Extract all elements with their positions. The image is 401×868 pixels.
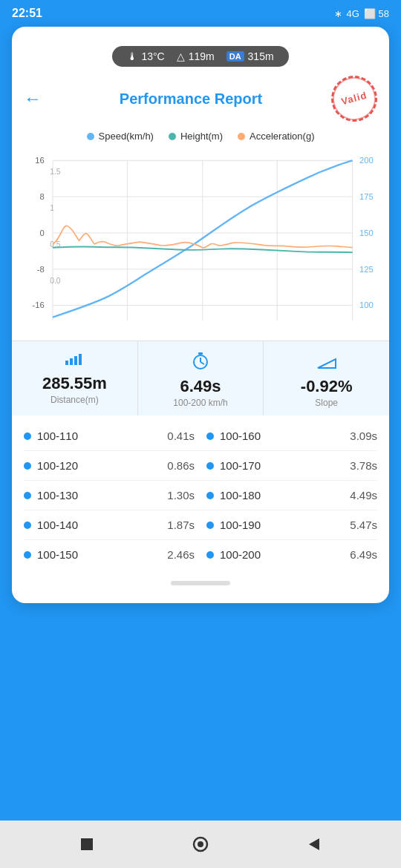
legend-height-label: Height(m): [180, 131, 223, 142]
timing-dot: [24, 522, 31, 529]
timing-dot: [206, 551, 214, 559]
svg-text:16: 16: [35, 156, 45, 165]
svg-rect-24: [65, 361, 68, 365]
time-label: 100-200 km/h: [173, 398, 227, 408]
timing-row: 100-140 1.87s 100-190 5.47s: [24, 510, 377, 540]
svg-text:1.5: 1.5: [50, 168, 61, 176]
nav-bar: [0, 821, 401, 868]
timing-dot: [24, 551, 31, 559]
legend-speed-label: Speed(km/h): [99, 131, 154, 142]
temperature-info: 🌡 13°C: [127, 50, 164, 62]
speed-dot: [87, 133, 94, 140]
back-button[interactable]: ←: [24, 88, 50, 109]
timing-val: 1.87s: [157, 519, 195, 531]
timing-range: 100-140: [37, 519, 157, 531]
mountain-icon: △: [177, 50, 185, 62]
svg-text:-16: -16: [32, 300, 44, 309]
altitude-info: △ 119m: [177, 50, 215, 62]
slope-value: -0.92%: [301, 377, 353, 396]
height-dot: [169, 133, 176, 140]
timing-range: 100-110: [37, 430, 157, 442]
nav-home-button[interactable]: [189, 832, 212, 856]
stat-slope: -0.92% Slope: [264, 341, 389, 415]
distance-icon: [64, 352, 85, 371]
page-header: ← Performance Report Valid: [12, 67, 389, 128]
signal-icon: 4G: [347, 8, 359, 19]
da-info: DA 315m: [226, 50, 274, 62]
status-time: 22:51: [12, 7, 42, 20]
timing-val: 3.78s: [340, 459, 377, 472]
svg-text:100: 100: [359, 300, 374, 309]
stat-time: 6.49s 100-200 km/h: [138, 341, 264, 415]
timing-range: 100-160: [220, 430, 340, 442]
timing-val: 5.47s: [340, 519, 377, 531]
timing-range: 100-190: [220, 519, 340, 531]
timing-val: 0.86s: [157, 459, 195, 472]
timing-dot: [24, 433, 31, 440]
timing-val: 6.49s: [340, 548, 377, 561]
svg-text:1: 1: [50, 204, 54, 212]
svg-rect-26: [74, 356, 77, 365]
timing-range: 100-130: [37, 489, 157, 502]
timer-icon: [190, 352, 211, 374]
svg-text:0: 0: [39, 228, 44, 237]
svg-rect-31: [198, 352, 203, 355]
main-card: 🌡 13°C △ 119m DA 315m ← Performance Repo…: [12, 27, 389, 603]
svg-text:175: 175: [359, 192, 374, 201]
distance-label: Distance(m): [50, 395, 99, 405]
altitude-value: 119m: [189, 50, 215, 62]
status-bar: 22:51 ∗ 4G ⬜ 58: [0, 0, 401, 27]
da-icon: DA: [226, 51, 244, 62]
svg-text:-8: -8: [37, 265, 45, 274]
svg-marker-37: [309, 838, 319, 850]
info-bar: 🌡 13°C △ 119m DA 315m: [112, 46, 288, 67]
timing-val: 2.46s: [157, 548, 195, 561]
valid-stamp: Valid: [331, 76, 377, 122]
timing-left-0: 100-110 0.41s: [24, 430, 195, 442]
accel-dot: [238, 133, 245, 140]
timing-val: 0.41s: [157, 430, 195, 442]
bluetooth-icon: ∗: [334, 8, 342, 19]
slope-label: Slope: [315, 398, 338, 408]
time-value: 6.49s: [180, 377, 221, 396]
svg-point-36: [198, 841, 203, 847]
svg-rect-34: [81, 838, 93, 850]
nav-back-button[interactable]: [302, 832, 326, 856]
legend-speed: Speed(km/h): [87, 131, 154, 142]
legend-accel: Acceleration(g): [238, 131, 314, 142]
svg-text:200: 200: [359, 156, 374, 165]
svg-rect-25: [70, 358, 73, 365]
battery-icon: ⬜ 58: [364, 8, 389, 19]
svg-rect-27: [79, 354, 82, 365]
page-title: Performance Report: [50, 91, 331, 108]
legend-height: Height(m): [169, 131, 223, 142]
slope-icon: [316, 352, 337, 374]
svg-text:150: 150: [359, 228, 374, 237]
svg-text:125: 125: [359, 265, 374, 274]
svg-text:8: 8: [39, 192, 44, 201]
timing-dot: [24, 492, 31, 499]
timing-dot: [206, 433, 214, 440]
timing-row: 100-120 0.86s 100-170 3.78s: [24, 451, 377, 481]
timing-val: 3.09s: [340, 430, 377, 442]
timing-right-0: 100-160 3.09s: [206, 430, 377, 442]
thermometer-icon: 🌡: [127, 50, 137, 62]
timing-row: 100-150 2.46s 100-200 6.49s: [24, 540, 377, 569]
timing-range: 100-170: [220, 459, 340, 472]
legend-accel-label: Acceleration(g): [250, 131, 314, 142]
timing-dot: [206, 492, 214, 499]
timing-row: 100-110 0.41s 100-160 3.09s: [24, 421, 377, 451]
svg-marker-32: [318, 359, 336, 368]
timing-dot: [206, 522, 214, 529]
nav-stop-button[interactable]: [75, 832, 99, 856]
svg-line-30: [200, 362, 204, 364]
timing-row: 100-130 1.30s 100-180 4.49s: [24, 481, 377, 510]
timing-dot: [206, 462, 214, 470]
timing-dot: [24, 462, 31, 470]
timing-list: 100-110 0.41s 100-160 3.09s 100-120 0.86…: [12, 415, 389, 575]
da-value: 315m: [248, 50, 274, 62]
timing-range: 100-180: [220, 489, 340, 502]
timing-val: 1.30s: [157, 489, 195, 502]
timing-range: 100-150: [37, 548, 157, 561]
chart-legend: Speed(km/h) Height(m) Acceleration(g): [12, 128, 389, 148]
